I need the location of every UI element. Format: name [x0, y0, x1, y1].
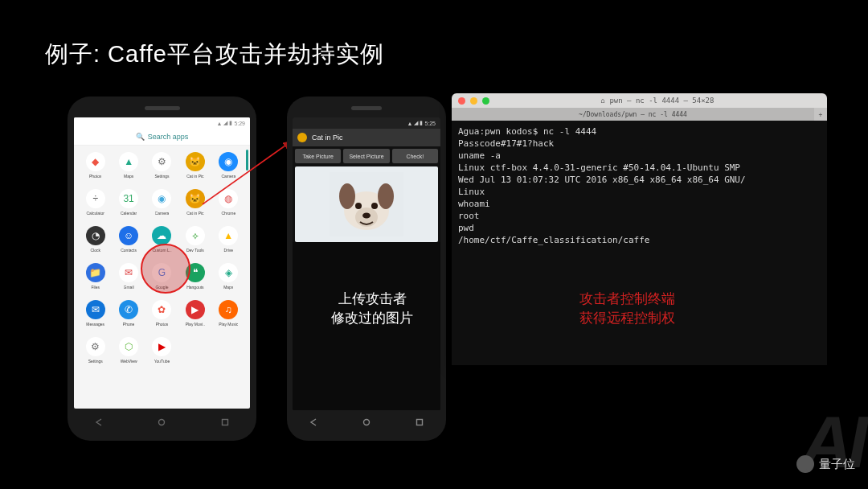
nav-recent-icon[interactable] [415, 417, 424, 427]
app-dev-tools[interactable]: ⟡Dev Tools [180, 226, 211, 253]
app-label: Drive [223, 248, 233, 253]
app-icon: ÷ [86, 189, 105, 208]
terminal-output[interactable]: Agua:pwn kodos$ nc -l 4444 Passcode#17#1… [452, 121, 827, 365]
app-gmail[interactable]: ✉Gmail [113, 263, 144, 290]
app-label: Maps [124, 174, 133, 179]
check-button[interactable]: Check! [392, 149, 438, 163]
app-icon: ◉ [219, 152, 238, 171]
status-bar: ▲ ◢ ▮ 5:29 [74, 117, 250, 129]
app-play-movi-[interactable]: ▶Play Movi.. [180, 300, 211, 327]
app-play-music[interactable]: ♫Play Music [213, 300, 244, 327]
app-photos[interactable]: ✿Photos [146, 300, 177, 327]
app-icon: ▲ [219, 226, 238, 245]
svg-point-0 [159, 420, 165, 425]
select-picture-button[interactable]: Select Picture [343, 149, 389, 163]
app-label: Hangouts [186, 285, 203, 290]
app-icon: ✉ [119, 263, 138, 282]
app-calendar[interactable]: 31Calendar [113, 189, 144, 216]
app-icon: ▶ [152, 337, 171, 356]
app-icon: ▶ [186, 300, 205, 319]
zoom-icon[interactable] [482, 97, 489, 105]
status-time: 5:25 [424, 121, 436, 126]
watermark-qbit: 量子位 [796, 455, 855, 473]
svg-point-6 [378, 183, 394, 209]
app-label: Calculator [86, 211, 104, 216]
app-maps[interactable]: ▲Maps [113, 152, 144, 179]
search-apps[interactable]: 🔍 Search apps [74, 129, 250, 146]
nav-back-icon[interactable] [309, 417, 318, 427]
app-chrome[interactable]: ◍Chrome [213, 189, 244, 216]
app-cat-in-pic[interactable]: 🐱Cat in Pic [180, 152, 211, 179]
window-titlebar[interactable]: ⌂ pwn — nc -l 4444 — 54×28 [452, 93, 827, 108]
app-icon: 📁 [86, 263, 105, 282]
app-settings[interactable]: ⚙Settings [80, 337, 111, 364]
app-label: Play Music [219, 322, 238, 327]
app-label: Camera [221, 174, 235, 179]
phone-app-drawer: ▲ ◢ ▮ 5:29 🔍 Search apps ◆Photos▲Maps⚙Se… [68, 97, 256, 441]
nav-home-icon[interactable] [157, 417, 166, 427]
window-title: pwn — nc -l 4444 — 54×28 [609, 97, 714, 105]
app-files[interactable]: 📁Files [80, 263, 111, 290]
app-icon: ♫ [219, 300, 238, 319]
app-camera[interactable]: ◉Camera [146, 189, 177, 216]
highlight-circle [141, 244, 190, 294]
app-phone[interactable]: ✆Phone [113, 300, 144, 327]
app-settings[interactable]: ⚙Settings [146, 152, 177, 179]
uploaded-image [295, 166, 438, 242]
svg-rect-1 [222, 420, 227, 425]
app-icon: ☁ [152, 226, 171, 245]
app-icon: ⬡ [119, 337, 138, 356]
app-youtube[interactable]: ▶YouTube [146, 337, 177, 364]
phone-attack-app: ▲◢▮ 5:25 Cat in Pic Take Picture Select … [287, 97, 446, 441]
app-icon: ⚙ [152, 152, 171, 171]
app-messages[interactable]: ✉Messages [80, 300, 111, 327]
app-maps[interactable]: ◈Maps [213, 263, 244, 290]
close-icon[interactable] [458, 97, 465, 105]
nav-recent-icon[interactable] [220, 417, 230, 427]
app-camera[interactable]: ◉Camera [213, 152, 244, 179]
app-icon: ◆ [86, 152, 105, 171]
app-icon [297, 133, 307, 142]
app-label: Gmail [124, 285, 134, 290]
app-label: Dev Tools [186, 248, 204, 253]
nav-home-icon[interactable] [362, 417, 371, 427]
app-clock[interactable]: ◔Clock [80, 226, 111, 253]
minimize-icon[interactable] [470, 97, 477, 105]
app-contacts[interactable]: ☺Contacts [113, 226, 144, 253]
app-title: Cat in Pic [312, 134, 343, 142]
app-label: Maps [223, 285, 233, 290]
take-picture-button[interactable]: Take Picture [295, 149, 341, 163]
nav-back-icon[interactable] [94, 417, 104, 427]
app-photos[interactable]: ◆Photos [80, 152, 111, 179]
app-label: Photos [156, 322, 169, 327]
svg-point-9 [371, 203, 378, 209]
app-label: Contacts [121, 248, 137, 253]
app-icon: ⟡ [186, 226, 205, 245]
terminal-tab[interactable]: ~/Downloads/pwn — nc -l 4444 [452, 108, 814, 121]
app-label: Settings [154, 174, 169, 179]
app-icon: 31 [119, 189, 138, 208]
slide-title: 例子: Caffe平台攻击并劫持实例 [45, 39, 384, 71]
app-icon: ◔ [86, 226, 105, 245]
app-label: Phone [123, 322, 134, 327]
app-label: WebView [121, 359, 137, 364]
scrollbar[interactable] [246, 150, 248, 171]
app-bar: Cat in Pic [293, 129, 440, 146]
app-icon: ⚙ [86, 337, 105, 356]
app-icon: ◍ [219, 189, 238, 208]
app-icon: ✉ [86, 300, 105, 319]
app-webview[interactable]: ⬡WebView [113, 337, 144, 364]
new-tab-icon[interactable]: + [814, 108, 827, 121]
signal-icon: ◢ [223, 120, 227, 126]
app-label: Files [91, 285, 100, 290]
app-icon: ◉ [152, 189, 171, 208]
app-label: Settings [88, 359, 103, 364]
app-icon: ✆ [119, 300, 138, 319]
app-icon: 🐱 [186, 152, 205, 171]
app-drive[interactable]: ▲Drive [213, 226, 244, 253]
app-calculator[interactable]: ÷Calculator [80, 189, 111, 216]
app-label: Photos [89, 174, 102, 179]
app-label: Messages [86, 322, 104, 327]
svg-point-5 [339, 183, 355, 209]
app-cat-in-pic[interactable]: 🐱Cat in Pic [180, 189, 211, 216]
